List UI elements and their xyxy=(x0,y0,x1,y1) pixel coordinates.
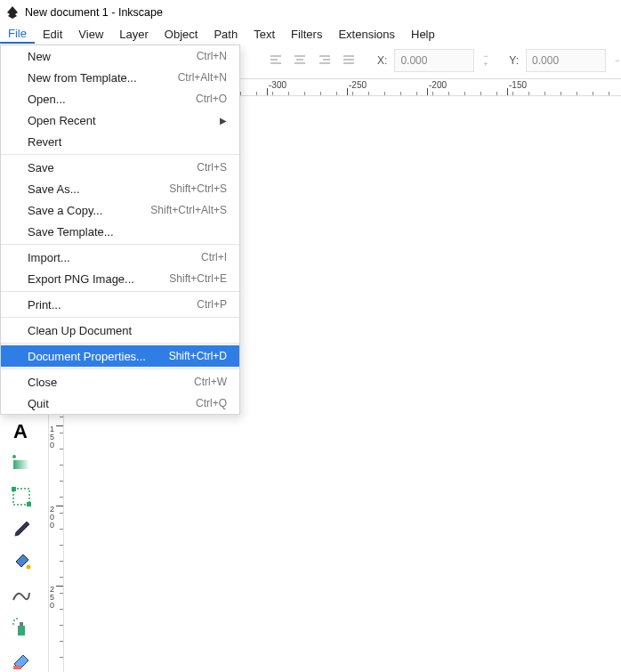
file-menu-new[interactable]: NewCtrl+N xyxy=(1,45,239,67)
file-menu-quit[interactable]: QuitCtrl+Q xyxy=(1,393,239,414)
menu-item-shortcut: Shift+Ctrl+E xyxy=(169,272,227,285)
menu-item-shortcut: Ctrl+Alt+N xyxy=(178,71,227,84)
svg-point-10 xyxy=(16,618,18,619)
menu-item-label: Import... xyxy=(28,251,70,264)
y-spinner[interactable]: − xyxy=(613,50,621,71)
menu-item-shortcut: Shift+Ctrl+D xyxy=(169,350,227,362)
spray-tool[interactable] xyxy=(9,615,34,639)
file-menu-revert[interactable]: Revert xyxy=(1,131,239,152)
menu-file[interactable]: File xyxy=(0,25,35,44)
menu-item-shortcut: Ctrl+S xyxy=(197,161,227,174)
menu-layer[interactable]: Layer xyxy=(111,25,157,44)
svg-rect-7 xyxy=(18,626,25,636)
menu-item-label: Export PNG Image... xyxy=(28,272,134,286)
menu-text[interactable]: Text xyxy=(246,25,283,44)
menu-path[interactable]: Path xyxy=(206,25,246,44)
file-menu-print[interactable]: Print...Ctrl+P xyxy=(1,294,239,315)
file-menu-save-template[interactable]: Save Template... xyxy=(1,221,239,242)
svg-point-11 xyxy=(12,623,14,625)
text-tool[interactable]: A xyxy=(9,419,34,443)
menu-item-label: New xyxy=(28,50,51,63)
file-menu-import[interactable]: Import...Ctrl+I xyxy=(1,247,239,268)
svg-point-6 xyxy=(27,565,31,570)
menu-item-shortcut: Ctrl+Q xyxy=(196,397,227,409)
menu-item-shortcut: Ctrl+I xyxy=(201,251,227,263)
menu-separator xyxy=(1,291,239,292)
y-label: Y: xyxy=(509,54,519,67)
menu-object[interactable]: Object xyxy=(157,25,206,44)
svg-rect-12 xyxy=(13,666,21,669)
svg-rect-8 xyxy=(20,622,23,626)
node-tool[interactable] xyxy=(9,484,34,508)
x-coord-input[interactable] xyxy=(394,49,474,72)
svg-text:A: A xyxy=(13,420,28,441)
submenu-arrow-icon: ▶ xyxy=(220,116,227,125)
menu-item-label: Revert xyxy=(28,135,61,149)
menu-separator xyxy=(1,244,239,245)
menu-extensions[interactable]: Extensions xyxy=(330,25,403,44)
gradient-tool[interactable] xyxy=(9,452,34,476)
menu-separator xyxy=(1,317,239,318)
align-center-icon[interactable] xyxy=(292,50,310,71)
menu-item-shortcut: Ctrl+O xyxy=(196,93,227,105)
x-spinner[interactable]: −+ xyxy=(481,50,489,71)
align-right-icon[interactable] xyxy=(316,50,334,71)
menu-item-shortcut: Shift+Ctrl+S xyxy=(169,182,227,195)
menu-item-label: Open... xyxy=(28,93,66,106)
file-menu-open[interactable]: Open...Ctrl+O xyxy=(1,88,239,109)
svg-point-9 xyxy=(13,619,15,621)
svg-point-2 xyxy=(12,455,16,458)
svg-rect-4 xyxy=(12,487,16,491)
window-title: New document 1 - Inkscape xyxy=(25,6,163,19)
menu-view[interactable]: View xyxy=(70,25,111,44)
menu-separator xyxy=(1,343,239,344)
menu-item-label: Clean Up Document xyxy=(28,324,132,337)
menu-item-shortcut: Shift+Ctrl+Alt+S xyxy=(150,204,227,216)
inkscape-icon xyxy=(5,5,20,20)
toolbox: A xyxy=(0,381,43,672)
menu-item-label: Save xyxy=(28,161,54,174)
menu-item-label: Close xyxy=(28,376,57,389)
file-menu-save-as[interactable]: Save As...Shift+Ctrl+S xyxy=(1,178,239,199)
svg-rect-1 xyxy=(13,460,29,469)
y-coord-input[interactable] xyxy=(526,49,606,72)
menu-help[interactable]: Help xyxy=(403,25,443,44)
menu-edit[interactable]: Edit xyxy=(35,25,70,44)
menu-item-label: New from Template... xyxy=(28,71,137,85)
title-bar: New document 1 - Inkscape xyxy=(0,0,621,25)
file-menu-new-from-template[interactable]: New from Template...Ctrl+Alt+N xyxy=(1,67,239,88)
file-menu-document-properties[interactable]: Document Properties...Shift+Ctrl+D xyxy=(1,345,239,367)
file-menu-save[interactable]: SaveCtrl+S xyxy=(1,157,239,178)
menu-item-label: Quit xyxy=(28,397,49,410)
file-menu-export-png-image[interactable]: Export PNG Image...Shift+Ctrl+E xyxy=(1,268,239,289)
menu-item-label: Document Properties... xyxy=(28,350,146,363)
menu-item-label: Print... xyxy=(28,298,61,312)
file-menu-save-a-copy[interactable]: Save a Copy...Shift+Ctrl+Alt+S xyxy=(1,199,239,221)
menu-item-shortcut: Ctrl+W xyxy=(194,376,227,388)
menu-item-shortcut: Ctrl+P xyxy=(197,298,227,311)
svg-rect-5 xyxy=(27,502,31,506)
menu-item-label: Save a Copy... xyxy=(28,204,102,217)
file-menu-dropdown: NewCtrl+NNew from Template...Ctrl+Alt+NO… xyxy=(0,45,240,415)
menu-item-label: Save Template... xyxy=(28,225,114,239)
tweak-tool[interactable] xyxy=(9,583,34,607)
tool-controls-bar: X: −+ Y: − xyxy=(260,45,621,77)
file-menu-clean-up-document[interactable]: Clean Up Document xyxy=(1,320,239,341)
paint-bucket-tool[interactable] xyxy=(9,550,34,574)
menu-item-label: Open Recent xyxy=(28,114,96,127)
file-menu-open-recent[interactable]: Open Recent▶ xyxy=(1,109,239,131)
eraser-tool[interactable] xyxy=(9,648,34,672)
menu-filters[interactable]: Filters xyxy=(283,25,330,44)
align-justify-icon[interactable] xyxy=(341,50,359,71)
menu-separator xyxy=(1,368,239,369)
menu-bar: FileEditViewLayerObjectPathTextFiltersEx… xyxy=(0,25,621,45)
menu-separator xyxy=(1,154,239,155)
align-left-icon[interactable] xyxy=(267,50,285,71)
menu-item-label: Save As... xyxy=(28,182,80,196)
dropper-tool[interactable] xyxy=(9,517,34,541)
menu-item-shortcut: Ctrl+N xyxy=(197,50,227,62)
x-label: X: xyxy=(377,54,387,67)
file-menu-close[interactable]: CloseCtrl+W xyxy=(1,371,239,393)
